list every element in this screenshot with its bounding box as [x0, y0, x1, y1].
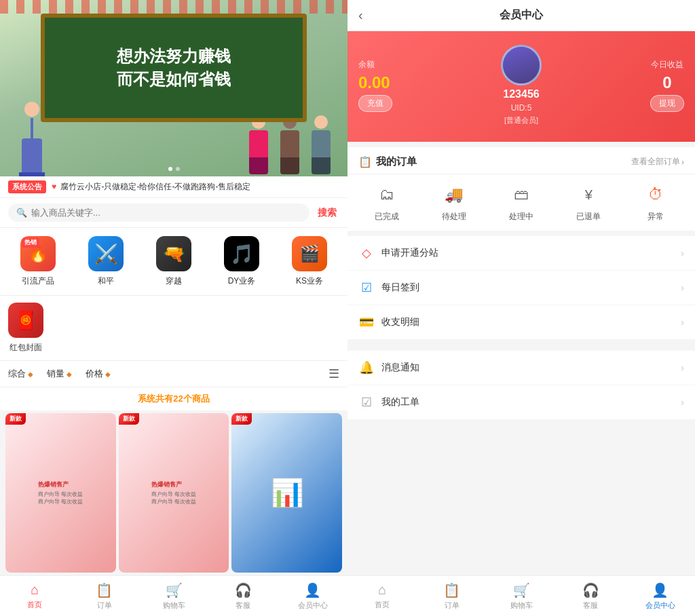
- category-icon-peace: ⚔️: [88, 236, 124, 271]
- chevron-right-icon: ›: [681, 248, 684, 258]
- blackboard-text: 想办法努力赚钱 而不是如何省钱: [117, 45, 231, 90]
- menu-item-text: 消息通知: [381, 362, 674, 374]
- menu-item-workorder[interactable]: ☑ 我的工单 ›: [348, 385, 695, 420]
- refunded-icon: ¥: [575, 182, 602, 207]
- product-card-2[interactable]: 新款 热爆销售产 商户向导 每次收益 商户向导 每次收益: [119, 413, 229, 573]
- nav-item-service-right[interactable]: 🎧 客服: [556, 582, 625, 611]
- profile-user-section: 123456 UID:5 [普通会员]: [392, 45, 650, 126]
- recharge-button[interactable]: 充值: [358, 95, 392, 112]
- search-button[interactable]: 搜索: [315, 207, 339, 219]
- menu-item-notification[interactable]: 🔔 消息通知 ›: [348, 351, 695, 385]
- view-all-orders[interactable]: 查看全部订单 ›: [631, 156, 684, 168]
- order-section: 📋 我的订单 查看全部订单 › 🗂 已完成 🚚 待处理 🗃 处理中 ¥: [348, 147, 695, 231]
- search-icon: 🔍: [16, 208, 27, 218]
- service-icon: 🎧: [235, 582, 252, 598]
- order-header: 📋 我的订单 查看全部订单 ›: [348, 147, 695, 174]
- menu-item-checkin[interactable]: ☑ 每日签到 ›: [348, 271, 695, 305]
- nav-item-service[interactable]: 🎧 客服: [208, 582, 278, 611]
- chart-icon: 📊: [270, 477, 304, 509]
- redpacket-label: 红包封面: [10, 342, 42, 353]
- order-type-label: 已退单: [576, 211, 601, 223]
- order-types-row: 🗂 已完成 🚚 待处理 🗃 处理中 ¥ 已退单 ⏱ 异常: [348, 174, 695, 231]
- nav-item-cart-right[interactable]: 🛒 购物车: [487, 582, 556, 611]
- hot-badge: 热销: [22, 237, 39, 248]
- search-bar: 🔍 搜索: [0, 198, 348, 228]
- nav-item-cart[interactable]: 🛒 购物车: [139, 582, 208, 611]
- new-badge: 新款: [231, 413, 252, 425]
- nav-label: 订单: [445, 600, 459, 611]
- cart-icon: 🛒: [513, 582, 530, 598]
- sort-item-general[interactable]: 综合 ◆: [8, 368, 33, 380]
- product-card-1[interactable]: 新款 热爆销售产 商户向导 每次收益 商户向导 每次收益: [5, 413, 116, 573]
- back-button[interactable]: ‹: [358, 7, 363, 23]
- product-card-3[interactable]: 新款 📊: [231, 413, 342, 573]
- banner-dots: [0, 167, 348, 171]
- nav-label: 客服: [236, 600, 250, 611]
- chevron-right-icon: ›: [681, 157, 684, 167]
- user-level: [普通会员]: [504, 115, 538, 126]
- order-type-refunded[interactable]: ¥ 已退单: [555, 182, 622, 223]
- nav-item-home[interactable]: ⌂ 首页: [0, 582, 69, 610]
- nav-item-order-right[interactable]: 📋 订单: [417, 582, 486, 611]
- category-icon-cross: 🔫: [156, 236, 191, 271]
- card-icon: 💳: [358, 315, 375, 330]
- nav-label: 首页: [375, 600, 390, 610]
- completed-icon: 🗂: [373, 182, 400, 207]
- order-icon: 📋: [96, 582, 113, 598]
- sort-diamond-icon: ◆: [67, 370, 72, 378]
- product-image-3: 新款 📊: [231, 413, 342, 573]
- username: 123456: [503, 88, 539, 100]
- category-item-cross[interactable]: 🔫 穿越: [141, 236, 206, 287]
- diamond-icon: ◇: [358, 246, 375, 261]
- right-header: ‹ 会员中心: [348, 0, 695, 31]
- sort-item-price[interactable]: 价格 ◆: [86, 368, 111, 380]
- menu-item-branch[interactable]: ◇ 申请开通分站 ›: [348, 236, 695, 271]
- withdraw-button[interactable]: 提现: [650, 95, 684, 112]
- order-type-abnormal[interactable]: ⏱ 异常: [622, 182, 690, 223]
- list-view-icon[interactable]: ☰: [328, 366, 339, 381]
- sort-label: 价格: [86, 368, 103, 380]
- nav-item-member-right[interactable]: 👤 会员中心: [626, 582, 695, 611]
- user-uid: UID:5: [511, 103, 532, 113]
- menu-section-1: ◇ 申请开通分站 › ☑ 每日签到 › 💳 收支明细 ›: [348, 236, 695, 340]
- avatar: [501, 45, 542, 85]
- category-item-liuliu[interactable]: 热销 🔥 引流产品: [5, 236, 71, 287]
- profile-card: 余额 0.00 充值 123456 UID:5 [普通会员] 今日收益 0 提现: [348, 31, 695, 142]
- search-input-wrap: 🔍: [8, 204, 309, 222]
- category-label: KS业务: [296, 275, 323, 287]
- category-grid: 热销 🔥 引流产品 ⚔️ 和平 🔫 穿越 🎵 DY业务 🎬: [0, 228, 348, 296]
- order-type-completed[interactable]: 🗂 已完成: [353, 182, 420, 223]
- menu-item-finance[interactable]: 💳 收支明细 ›: [348, 305, 695, 340]
- order-type-processing[interactable]: 🗃 处理中: [487, 182, 555, 223]
- nav-item-home-right[interactable]: ⌂ 首页: [348, 582, 417, 610]
- bell-icon: 🔔: [358, 360, 375, 375]
- order-icon: 📋: [443, 582, 460, 598]
- search-input[interactable]: [31, 208, 301, 218]
- home-icon: ⌂: [378, 582, 386, 598]
- service-icon: 🎧: [582, 582, 599, 598]
- balance-label: 余额: [358, 59, 392, 71]
- avatar-image: [503, 47, 540, 83]
- order-type-label: 已完成: [375, 211, 399, 223]
- menu-separator: [348, 340, 695, 345]
- order-type-pending[interactable]: 🚚 待处理: [420, 182, 487, 223]
- sort-label: 销量: [47, 368, 64, 380]
- category-item-ks[interactable]: 🎬 KS业务: [277, 236, 342, 287]
- nav-item-order[interactable]: 📋 订单: [69, 582, 138, 611]
- sort-item-sales[interactable]: 销量 ◆: [47, 368, 72, 380]
- product-grid: 新款 热爆销售产 商户向导 每次收益 商户向导 每次收益 新款 热爆销售产 商户…: [0, 410, 348, 575]
- redpacket-item[interactable]: 🧧 红包封面: [8, 303, 43, 353]
- profile-income-section: 今日收益 0 提现: [650, 59, 684, 112]
- category-item-peace[interactable]: ⚔️ 和平: [73, 236, 138, 287]
- category-label: DY业务: [228, 275, 256, 287]
- income-value: 0: [662, 73, 671, 92]
- product-count: 系统共有22个商品: [0, 387, 348, 410]
- redpacket-row: 🧧 红包封面: [0, 296, 348, 361]
- category-item-dy[interactable]: 🎵 DY业务: [209, 236, 274, 287]
- menu-section-2: 🔔 消息通知 › ☑ 我的工单 ›: [348, 351, 695, 420]
- notice-tag: 系统公告: [8, 180, 46, 193]
- bottom-nav-right: ⌂ 首页 📋 订单 🛒 购物车 🎧 客服 👤 会员中心: [348, 575, 695, 616]
- nav-label: 购物车: [510, 600, 533, 611]
- home-icon: ⌂: [31, 582, 39, 598]
- nav-item-member[interactable]: 👤 会员中心: [278, 582, 348, 611]
